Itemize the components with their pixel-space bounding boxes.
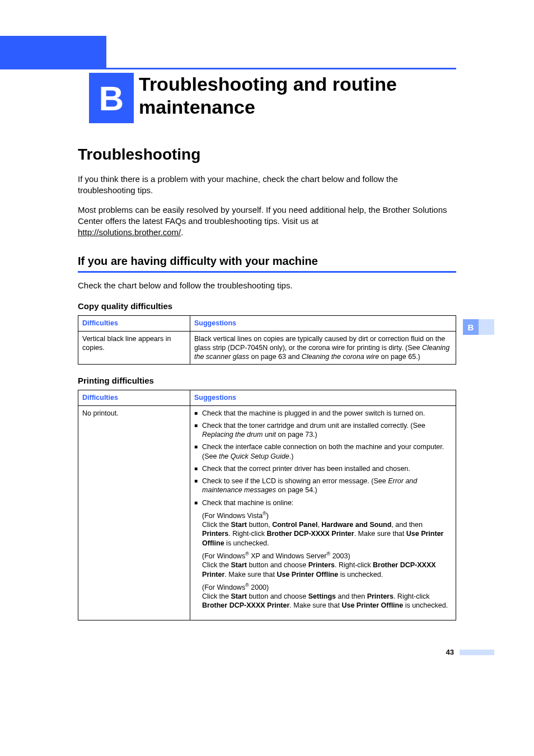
vista-block: (For Windows Vista®) Click the Start but… [202, 511, 452, 548]
printing-difficulties-table: Difficulties Suggestions No printout. ■ … [78, 390, 456, 620]
table-row: No printout. ■ Check that the machine is… [78, 405, 456, 620]
cleaning-corona-link[interactable]: Cleaning the corona wire [302, 353, 379, 361]
bullet-icon: ■ [194, 421, 198, 440]
table2-header-suggestions: Suggestions [190, 390, 456, 405]
list-item: ■ Check that the toner cartridge and dru… [194, 421, 452, 440]
bullet-icon: ■ [194, 442, 198, 461]
bullet-icon: ■ [194, 464, 198, 473]
page-number: 43 [446, 648, 454, 656]
table2-header-difficulties: Difficulties [78, 390, 190, 405]
subsection-paragraph: Check the chart below and follow the tro… [78, 281, 456, 290]
table1-header-suggestions: Suggestions [190, 316, 456, 331]
intro-paragraph-2: Most problems can be easily resolved by … [78, 204, 456, 239]
table1-title: Copy quality difficulties [78, 301, 456, 311]
table1-difficulty: Vertical black line appears in copies. [78, 331, 190, 365]
table2-difficulty: No printout. [78, 405, 190, 620]
side-tab-stripe [479, 319, 494, 335]
header-color-block [0, 36, 106, 69]
replacing-drum-link[interactable]: Replacing the drum unit [202, 431, 276, 438]
table1-suggestion: Black vertical lines on copies are typic… [190, 331, 456, 365]
intro-text: Most problems can be easily resolved by … [78, 205, 447, 226]
table2-suggestion: ■ Check that the machine is plugged in a… [190, 405, 456, 620]
bullet-icon: ■ [194, 498, 198, 614]
list-item: ■ Check to see if the LCD is showing an … [194, 477, 452, 495]
content-area: Troubleshooting If you think there is a … [78, 146, 456, 620]
xp-block: (For Windows® XP and Windows Server® 200… [202, 551, 452, 579]
side-tab: B [463, 319, 479, 335]
header-rule [106, 68, 456, 69]
list-item: ■ Check that machine is online: (For Win… [194, 498, 452, 614]
section-heading: Troubleshooting [78, 146, 456, 164]
side-tab-letter: B [468, 323, 474, 332]
intro-text-end: . [181, 227, 183, 237]
solutions-link[interactable]: http://solutions.brother.com/ [78, 227, 181, 237]
table-row: Vertical black line appears in copies. B… [78, 331, 456, 365]
chapter-letter: B [99, 78, 124, 118]
page-number-stripe [460, 650, 494, 655]
chapter-title: Troubleshooting and routine maintenance [139, 73, 452, 119]
list-item: ■ Check the interface cable connection o… [194, 442, 452, 461]
copy-quality-table: Difficulties Suggestions Vertical black … [78, 315, 456, 365]
subsection-heading: If you are having difficulty with your m… [78, 255, 456, 273]
bullet-icon: ■ [194, 477, 198, 495]
list-item: ■ Check that the correct printer driver … [194, 464, 452, 473]
w2k-block: (For Windows® 2000) Click the Start butt… [202, 582, 452, 610]
chapter-badge: B [89, 73, 134, 123]
bullet-icon: ■ [194, 409, 198, 418]
intro-paragraph-1: If you think there is a problem with you… [78, 174, 456, 197]
table2-title: Printing difficulties [78, 376, 456, 385]
list-item: ■ Check that the machine is plugged in a… [194, 409, 452, 418]
table1-header-difficulties: Difficulties [78, 316, 190, 331]
